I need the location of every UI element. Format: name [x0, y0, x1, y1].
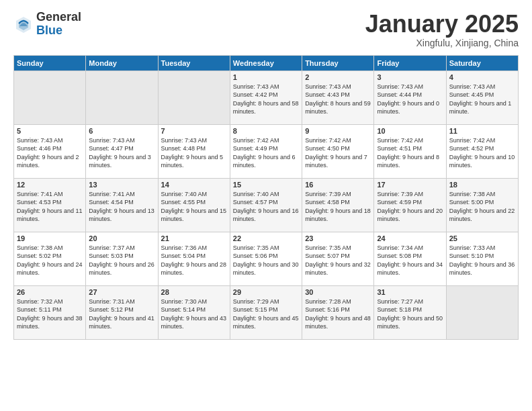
calendar-cell: 15Sunrise: 7:40 AM Sunset: 4:57 PM Dayli… [230, 178, 302, 232]
calendar-cell: 27Sunrise: 7:31 AM Sunset: 5:12 PM Dayli… [86, 285, 158, 339]
day-info: Sunrise: 7:41 AM Sunset: 4:53 PM Dayligh… [17, 190, 83, 224]
day-info: Sunrise: 7:28 AM Sunset: 5:16 PM Dayligh… [305, 298, 371, 331]
day-info: Sunrise: 7:43 AM Sunset: 4:46 PM Dayligh… [17, 136, 83, 170]
calendar-cell: 25Sunrise: 7:33 AM Sunset: 5:10 PM Dayli… [446, 232, 518, 285]
title-location: Xingfulu, Xinjiang, China [365, 38, 519, 48]
calendar-cell: 10Sunrise: 7:42 AM Sunset: 4:51 PM Dayli… [374, 124, 446, 178]
calendar-cell: 30Sunrise: 7:28 AM Sunset: 5:16 PM Dayli… [302, 285, 374, 339]
calendar-cell: 21Sunrise: 7:36 AM Sunset: 5:04 PM Dayli… [158, 232, 230, 285]
calendar-cell: 3Sunrise: 7:43 AM Sunset: 4:44 PM Daylig… [374, 71, 446, 124]
calendar-cell: 17Sunrise: 7:39 AM Sunset: 4:59 PM Dayli… [374, 178, 446, 232]
day-info: Sunrise: 7:42 AM Sunset: 4:52 PM Dayligh… [449, 136, 515, 170]
weekday-header: Wednesday [230, 55, 302, 71]
calendar-cell: 18Sunrise: 7:38 AM Sunset: 5:00 PM Dayli… [446, 178, 518, 232]
day-number: 2 [305, 73, 371, 81]
day-info: Sunrise: 7:34 AM Sunset: 5:08 PM Dayligh… [377, 244, 443, 277]
logo: General Blue [13, 11, 81, 38]
day-info: Sunrise: 7:43 AM Sunset: 4:47 PM Dayligh… [89, 136, 154, 170]
day-info: Sunrise: 7:27 AM Sunset: 5:18 PM Dayligh… [377, 298, 443, 331]
calendar-week-row: 26Sunrise: 7:32 AM Sunset: 5:11 PM Dayli… [14, 285, 519, 339]
day-number: 14 [161, 181, 227, 189]
calendar-week-row: 5Sunrise: 7:43 AM Sunset: 4:46 PM Daylig… [14, 124, 519, 178]
day-number: 18 [449, 181, 515, 189]
day-number: 11 [449, 127, 515, 135]
day-number: 31 [377, 288, 443, 296]
day-info: Sunrise: 7:40 AM Sunset: 4:55 PM Dayligh… [161, 190, 227, 224]
day-number: 9 [305, 127, 371, 135]
calendar-cell: 22Sunrise: 7:35 AM Sunset: 5:06 PM Dayli… [230, 232, 302, 285]
day-info: Sunrise: 7:37 AM Sunset: 5:03 PM Dayligh… [89, 244, 154, 277]
day-info: Sunrise: 7:43 AM Sunset: 4:44 PM Dayligh… [377, 83, 443, 116]
day-number: 20 [89, 234, 154, 242]
day-info: Sunrise: 7:43 AM Sunset: 4:42 PM Dayligh… [233, 83, 299, 116]
header: General Blue January 2025 Xingfulu, Xinj… [13, 11, 519, 48]
logo-text: General Blue [36, 11, 81, 38]
day-number: 19 [17, 234, 83, 242]
weekday-header: Tuesday [158, 55, 230, 71]
day-info: Sunrise: 7:40 AM Sunset: 4:57 PM Dayligh… [233, 190, 299, 224]
day-number: 26 [17, 288, 83, 296]
calendar-cell: 14Sunrise: 7:40 AM Sunset: 4:55 PM Dayli… [158, 178, 230, 232]
calendar-cell: 6Sunrise: 7:43 AM Sunset: 4:47 PM Daylig… [86, 124, 158, 178]
day-number: 12 [17, 181, 83, 189]
calendar-cell: 1Sunrise: 7:43 AM Sunset: 4:42 PM Daylig… [230, 71, 302, 124]
day-info: Sunrise: 7:35 AM Sunset: 5:06 PM Dayligh… [233, 244, 299, 277]
weekday-header: Saturday [446, 55, 518, 71]
calendar-cell: 12Sunrise: 7:41 AM Sunset: 4:53 PM Dayli… [14, 178, 86, 232]
day-number: 7 [161, 127, 227, 135]
calendar-cell: 2Sunrise: 7:43 AM Sunset: 4:43 PM Daylig… [302, 71, 374, 124]
day-number: 27 [89, 288, 154, 296]
day-info: Sunrise: 7:35 AM Sunset: 5:07 PM Dayligh… [305, 244, 371, 277]
day-number: 8 [233, 127, 299, 135]
calendar-cell: 9Sunrise: 7:42 AM Sunset: 4:50 PM Daylig… [302, 124, 374, 178]
logo-blue: Blue [36, 24, 81, 38]
calendar-cell: 16Sunrise: 7:39 AM Sunset: 4:58 PM Dayli… [302, 178, 374, 232]
day-info: Sunrise: 7:42 AM Sunset: 4:50 PM Dayligh… [305, 136, 371, 170]
day-number: 10 [377, 127, 443, 135]
day-number: 1 [233, 73, 299, 81]
day-info: Sunrise: 7:29 AM Sunset: 5:15 PM Dayligh… [233, 298, 299, 331]
day-info: Sunrise: 7:32 AM Sunset: 5:11 PM Dayligh… [17, 298, 83, 331]
day-info: Sunrise: 7:43 AM Sunset: 4:48 PM Dayligh… [161, 136, 227, 170]
day-number: 4 [449, 73, 515, 81]
weekday-header: Friday [374, 55, 446, 71]
day-number: 28 [161, 288, 227, 296]
day-number: 29 [233, 288, 299, 296]
calendar: SundayMondayTuesdayWednesdayThursdayFrid… [13, 55, 519, 340]
calendar-cell: 11Sunrise: 7:42 AM Sunset: 4:52 PM Dayli… [446, 124, 518, 178]
day-number: 6 [89, 127, 154, 135]
day-info: Sunrise: 7:33 AM Sunset: 5:10 PM Dayligh… [449, 244, 515, 277]
calendar-cell: 8Sunrise: 7:42 AM Sunset: 4:49 PM Daylig… [230, 124, 302, 178]
weekday-header: Monday [86, 55, 158, 71]
calendar-cell: 5Sunrise: 7:43 AM Sunset: 4:46 PM Daylig… [14, 124, 86, 178]
day-number: 21 [161, 234, 227, 242]
calendar-cell: 29Sunrise: 7:29 AM Sunset: 5:15 PM Dayli… [230, 285, 302, 339]
calendar-cell: 23Sunrise: 7:35 AM Sunset: 5:07 PM Dayli… [302, 232, 374, 285]
day-info: Sunrise: 7:42 AM Sunset: 4:49 PM Dayligh… [233, 136, 299, 170]
calendar-week-row: 1Sunrise: 7:43 AM Sunset: 4:42 PM Daylig… [14, 71, 519, 124]
day-info: Sunrise: 7:30 AM Sunset: 5:14 PM Dayligh… [161, 298, 227, 331]
calendar-week-row: 12Sunrise: 7:41 AM Sunset: 4:53 PM Dayli… [14, 178, 519, 232]
day-info: Sunrise: 7:43 AM Sunset: 4:43 PM Dayligh… [305, 83, 371, 116]
page: General Blue January 2025 Xingfulu, Xinj… [0, 0, 532, 411]
day-number: 25 [449, 234, 515, 242]
day-info: Sunrise: 7:36 AM Sunset: 5:04 PM Dayligh… [161, 244, 227, 277]
day-info: Sunrise: 7:31 AM Sunset: 5:12 PM Dayligh… [89, 298, 154, 331]
day-info: Sunrise: 7:39 AM Sunset: 4:58 PM Dayligh… [305, 190, 371, 224]
calendar-cell: 19Sunrise: 7:38 AM Sunset: 5:02 PM Dayli… [14, 232, 86, 285]
day-number: 23 [305, 234, 371, 242]
title-block: January 2025 Xingfulu, Xinjiang, China [365, 11, 519, 48]
day-number: 22 [233, 234, 299, 242]
day-number: 24 [377, 234, 443, 242]
day-number: 16 [305, 181, 371, 189]
calendar-cell: 13Sunrise: 7:41 AM Sunset: 4:54 PM Dayli… [86, 178, 158, 232]
calendar-cell [14, 71, 86, 124]
logo-icon [13, 14, 34, 34]
day-info: Sunrise: 7:42 AM Sunset: 4:51 PM Dayligh… [377, 136, 443, 170]
day-info: Sunrise: 7:38 AM Sunset: 5:02 PM Dayligh… [17, 244, 83, 277]
calendar-cell: 4Sunrise: 7:43 AM Sunset: 4:45 PM Daylig… [446, 71, 518, 124]
day-number: 13 [89, 181, 154, 189]
calendar-cell: 24Sunrise: 7:34 AM Sunset: 5:08 PM Dayli… [374, 232, 446, 285]
calendar-cell: 7Sunrise: 7:43 AM Sunset: 4:48 PM Daylig… [158, 124, 230, 178]
day-number: 15 [233, 181, 299, 189]
